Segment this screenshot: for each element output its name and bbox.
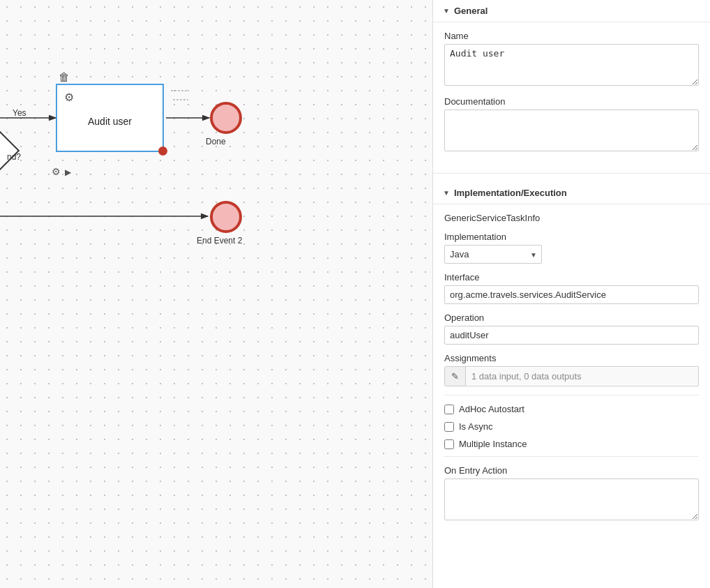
gateway-label: nd?: [7, 152, 21, 162]
multiple-instance-label: Multiple Instance: [459, 439, 527, 449]
gateway-node[interactable]: [0, 131, 20, 171]
implementation-select-wrapper: Java Other ▼: [444, 245, 542, 264]
generic-service-task-label: GenericServiceTaskInfo: [444, 213, 699, 223]
end-event-2[interactable]: [210, 201, 242, 233]
assignments-edit-button[interactable]: ✎: [445, 367, 466, 386]
general-section-header[interactable]: ▼ General: [433, 0, 710, 22]
assignments-label: Assignments: [444, 353, 699, 363]
done-end-event[interactable]: [210, 102, 242, 134]
name-label: Name: [444, 31, 699, 41]
documentation-group: Documentation: [444, 96, 699, 153]
canvas-area: Yes nd? 🗑 ⚙ Audit user ⚙ ▶ Done End Even…: [0, 0, 432, 588]
on-entry-action-group: On Entry Action: [444, 465, 699, 522]
settings-row[interactable]: ⚙ ▶: [52, 166, 71, 177]
name-group: Name Audit user: [444, 31, 699, 88]
generic-service-task-group: GenericServiceTaskInfo: [444, 213, 699, 223]
general-chevron: ▼: [443, 7, 450, 15]
settings-icon[interactable]: ⚙: [52, 166, 61, 177]
done-label: Done: [206, 137, 226, 146]
assignments-group: Assignments ✎ 1 data input, 0 data outpu…: [444, 353, 699, 386]
assignments-field: ✎ 1 data input, 0 data outputs: [444, 366, 699, 386]
assignments-text: 1 data input, 0 data outputs: [466, 368, 698, 385]
expand-icon[interactable]: ▶: [65, 167, 71, 177]
adhoc-autostart-group: AdHoc Autostart: [444, 404, 699, 414]
operation-input[interactable]: [444, 326, 699, 345]
general-section-content: Name Audit user Documentation: [433, 22, 710, 170]
implementation-section-label: Implementation/Execution: [454, 188, 567, 198]
properties-panel: ▼ General Name Audit user Documentation …: [432, 0, 710, 588]
operation-label: Operation: [444, 312, 699, 323]
adhoc-autostart-label: AdHoc Autostart: [459, 404, 524, 414]
audit-user-label: Audit user: [88, 116, 132, 127]
operation-group: Operation: [444, 312, 699, 345]
multiple-instance-checkbox[interactable]: [444, 439, 454, 449]
on-entry-action-input[interactable]: [444, 478, 699, 520]
yes-label: Yes: [13, 108, 27, 118]
interface-label: Interface: [444, 272, 699, 282]
audit-user-node[interactable]: 🗑 ⚙ Audit user: [56, 84, 164, 152]
implementation-label: Implementation: [444, 232, 699, 242]
node-error-dot: [158, 146, 167, 156]
implementation-group: Implementation Java Other ▼: [444, 232, 699, 264]
documentation-input[interactable]: [444, 110, 699, 151]
delete-button[interactable]: 🗑: [57, 70, 71, 85]
implementation-section-content: GenericServiceTaskInfo Implementation Ja…: [433, 204, 710, 539]
implementation-select[interactable]: Java Other: [444, 245, 542, 264]
documentation-label: Documentation: [444, 96, 699, 107]
is-async-label: Is Async: [459, 421, 492, 432]
on-entry-action-label: On Entry Action: [444, 465, 699, 476]
multiple-instance-group: Multiple Instance: [444, 439, 699, 449]
general-section-label: General: [454, 6, 488, 16]
interface-group: Interface: [444, 272, 699, 304]
name-input[interactable]: Audit user: [444, 44, 699, 86]
implementation-section-header[interactable]: ▼ Implementation/Execution: [433, 182, 710, 204]
implementation-chevron: ▼: [443, 189, 450, 197]
end-event-2-label: End Event 2: [197, 236, 242, 246]
is-async-group: Is Async: [444, 421, 699, 432]
is-async-checkbox[interactable]: [444, 422, 454, 432]
gear-icon: ⚙: [64, 91, 74, 104]
interface-input[interactable]: [444, 285, 699, 304]
adhoc-autostart-checkbox[interactable]: [444, 405, 454, 414]
